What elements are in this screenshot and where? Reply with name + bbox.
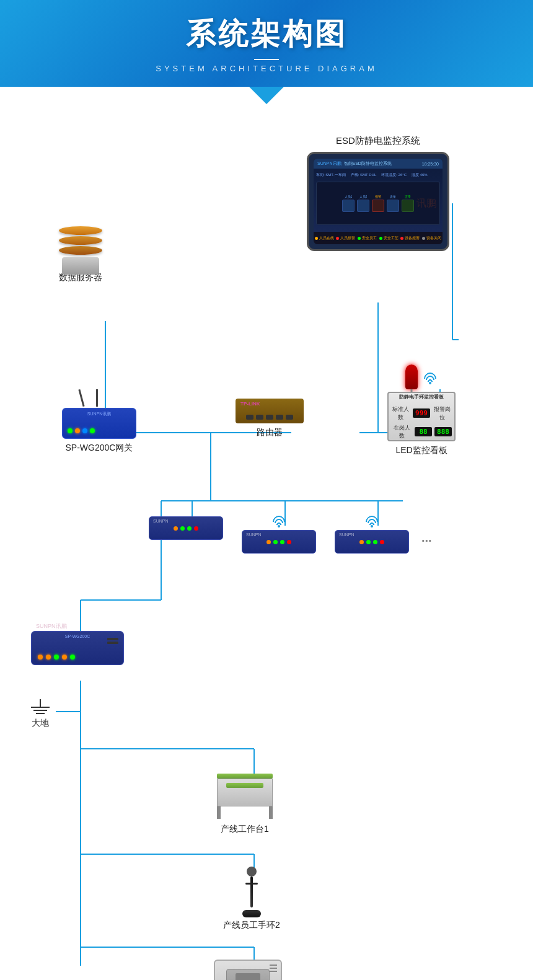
architecture-diagram: ESD防静电监控系统 SUNPN讯鹏 智能ESD防静电监控系统 18:25:30… <box>19 117 514 980</box>
monitor-title-bar: SUNPN讯鹏 智能ESD防静电监控系统 18:25:30 <box>314 159 443 169</box>
status-equip-alarm: 设备报警 <box>400 236 420 241</box>
subctrl-light-3b <box>366 540 371 544</box>
alarm-lamp-wrapper <box>405 364 438 389</box>
led-label2: 报警岗位 <box>433 405 452 422</box>
workbench-component: 产线工作台1 <box>217 774 273 835</box>
monitor-label4: 湿度 46% <box>412 172 428 178</box>
vent-line1 <box>270 965 277 966</box>
page-title-cn: 系统架构图 <box>186 14 347 54</box>
router-component: TP-LINK 路由器 <box>236 399 304 438</box>
subctrl-brand-3: SUNPN <box>339 532 355 537</box>
dot-safe <box>358 237 361 240</box>
led-display-2: 88 <box>415 427 432 436</box>
gateway-brand: SUNPN讯鹏 <box>63 408 136 420</box>
machine-inner <box>226 969 270 980</box>
monitor-labels: 车间: SMT-一车间 产线: SMT DHL 环境温度: 26°C 湿度 46… <box>316 171 440 179</box>
gateway-lights <box>68 428 95 433</box>
wifi-signal-2 <box>271 516 286 528</box>
ctrl-port1 <box>107 638 118 640</box>
dot-equip-off <box>422 237 425 240</box>
subctrl-light-1c <box>187 526 192 531</box>
factory-floor-viz: 人员1 人员2 报警 <box>316 182 440 225</box>
status-safe: 安全员工 <box>358 236 377 241</box>
wristband-band <box>242 910 261 917</box>
dot-process <box>379 237 382 240</box>
ground-device <box>31 699 50 714</box>
ground-vert <box>40 699 41 707</box>
wifi-3 <box>364 516 379 528</box>
ground-component: 大地 <box>31 699 50 729</box>
dot-alarm <box>336 237 339 240</box>
subctrl-3-device: SUNPN <box>335 530 409 554</box>
gateway-wrapper: SUNPN讯鹏 <box>62 389 136 439</box>
wifi-wrapper <box>423 373 438 384</box>
monitor-label1: 车间: SMT-一车间 <box>316 172 346 178</box>
monitor-time: 18:25:30 <box>422 162 439 166</box>
led-panel-component: 防静电手环监控看板 标准人数 999 报警岗位 在岗人数 88 888 LED监… <box>387 364 456 456</box>
gateway-body: SUNPN讯鹏 <box>62 408 136 439</box>
wifi-signal <box>423 373 438 384</box>
port1 <box>246 415 253 420</box>
main-content: ESD防静电监控系统 SUNPN讯鹏 智能ESD防静电监控系统 18:25:30… <box>0 104 533 980</box>
subctrl-light-1b <box>180 526 185 531</box>
monitor-title: 智能ESD防静电监控系统 <box>344 161 392 167</box>
server-disk-1 <box>59 226 102 235</box>
wristband-component: 产线员工手环2 <box>223 867 280 931</box>
status-alarm: 人员报警 <box>336 236 355 241</box>
subctrl-3-component: SUNPN <box>335 516 409 554</box>
wifi-dot <box>429 382 431 384</box>
main-ctrl-brand: SUNPN讯鹏 <box>36 622 67 630</box>
wifi-dot-2 <box>278 525 280 528</box>
machine-detail <box>236 973 260 980</box>
dot-equip-alarm <box>400 237 403 240</box>
ground-line3 <box>36 713 45 714</box>
ground-line2 <box>33 710 47 711</box>
subctrl-light-2d <box>287 540 291 544</box>
server-base <box>62 257 99 275</box>
machine-vent <box>270 965 277 972</box>
esd-monitor-device: SUNPN讯鹏 智能ESD防静电监控系统 18:25:30 车间: SMT-一车… <box>307 152 449 251</box>
main-light-2 <box>46 655 51 660</box>
vent-line2 <box>270 968 277 969</box>
workbench-label: 产线工作台1 <box>221 824 269 835</box>
main-light-5 <box>70 655 75 660</box>
floor-col2: 人员2 <box>357 195 369 212</box>
subctrl-light-1a <box>174 526 178 531</box>
main-ctrl-device: SP-WG200C <box>31 631 124 665</box>
subctrl-2-device: SUNPN <box>242 530 316 554</box>
subctrl-brand-1: SUNPN <box>153 519 169 523</box>
wristband-plug <box>247 867 257 876</box>
monitor-label3: 环境温度: 26°C <box>381 172 407 178</box>
main-ctrl-ports <box>107 638 118 644</box>
led-title: 防静电手环监控看板 <box>399 394 444 400</box>
subctrl-brand-2: SUNPN <box>246 532 262 537</box>
status-process: 安全工艺 <box>379 236 399 241</box>
subctrl-2-component: SUNPN <box>242 516 316 554</box>
status-online: 人员在线 <box>315 236 334 241</box>
gateway-label: SP-WG200C网关 <box>66 443 133 454</box>
data-server-component: 数据服务器 <box>56 225 105 283</box>
gateway-component: SUNPN讯鹏 SP-WG200C网关 <box>62 389 136 454</box>
monitor-content: 车间: SMT-一车间 产线: SMT DHL 环境温度: 26°C 湿度 46… <box>314 169 443 227</box>
ground-label: 大地 <box>32 718 49 729</box>
floor-col3: 报警 <box>372 195 384 212</box>
wifi-dot-3 <box>371 525 373 528</box>
leg-right <box>269 806 273 819</box>
router-label: 路由器 <box>257 427 283 438</box>
floor-col5: 正常 <box>402 195 414 212</box>
subctrl-light-2a <box>266 540 271 544</box>
esd-system-label: ESD防静电监控系统 <box>336 135 420 147</box>
wristband-device <box>233 867 270 916</box>
wifi-2 <box>271 516 286 528</box>
monitor-bottom-bar: 人员在线 人员报警 安全员工 安全工艺 <box>314 232 443 244</box>
wristband-cord <box>250 876 253 907</box>
subctrl-light-2b <box>273 540 278 544</box>
floor-col1: 人员1 <box>342 195 355 212</box>
monitor-brand: SUNPN讯鹏 <box>317 161 341 167</box>
wristband-label: 产线员工手环2 <box>223 920 280 931</box>
data-server-device <box>56 225 105 268</box>
light-green <box>68 428 73 433</box>
workbench-top <box>217 774 273 779</box>
subctrl-light-2c <box>280 540 284 544</box>
led-row-2: 在岗人数 88 888 <box>391 424 452 440</box>
